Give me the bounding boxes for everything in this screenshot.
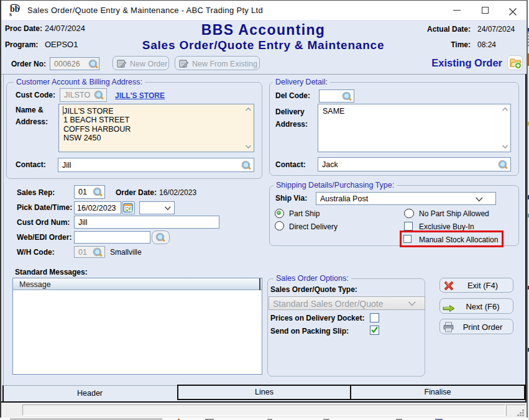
svg-text:s: s	[9, 11, 12, 17]
